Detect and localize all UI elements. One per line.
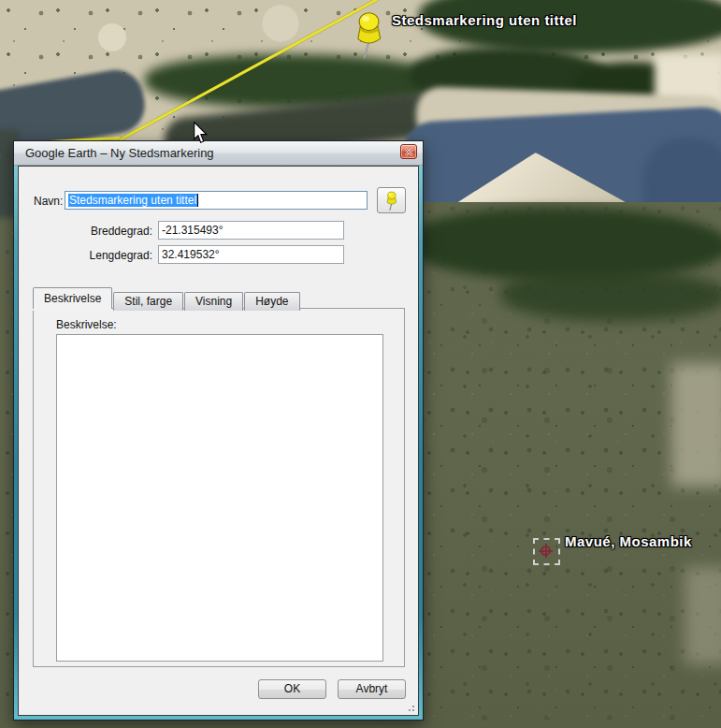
dialog-title: Google Earth – Ny Stedsmarkering (25, 146, 214, 160)
description-tab-panel: Beskrivelse: (33, 308, 405, 667)
latitude-input[interactable] (158, 221, 344, 240)
tab-beskrivelse[interactable]: Beskrivelse (33, 287, 112, 309)
ok-button[interactable]: OK (258, 679, 326, 699)
mouse-cursor-icon (193, 122, 209, 145)
latitude-label: Breddegrad: (56, 225, 152, 238)
map-viewport[interactable]: Stedsmarkering uten tittel Mavué, Mosamb… (0, 0, 721, 728)
place-name-label: Mavué, Mosambik (565, 533, 692, 549)
name-input-selected-text: Stedsmarkering uten tittel (68, 194, 198, 207)
place-crosshair-icon (533, 538, 560, 565)
dialog-body: Navn: Stedsmarkering uten tittel Breddeg… (18, 166, 419, 716)
description-textarea[interactable] (56, 334, 383, 662)
name-label: Navn: (34, 195, 63, 208)
yellow-pushpin-icon (384, 191, 399, 211)
close-icon (405, 148, 413, 156)
longitude-input[interactable] (158, 245, 344, 264)
description-label: Beskrivelse: (56, 318, 117, 331)
tab-bar: BeskrivelseStil, fargeVisningHøyde (33, 289, 301, 309)
terrain-forest-riverbank (408, 208, 721, 281)
terrain-sand-patch2 (685, 567, 721, 664)
placemark-pushpin-icon[interactable] (352, 10, 387, 61)
new-placemark-dialog: Google Earth – Ny Stedsmarkering Navn: S… (13, 140, 424, 721)
tab-hoyde[interactable]: Høyde (244, 292, 299, 311)
close-button[interactable] (400, 144, 417, 159)
name-input[interactable]: Stedsmarkering uten tittel (65, 191, 368, 210)
tab-visning[interactable]: Visning (184, 292, 243, 311)
resize-grip[interactable] (405, 702, 415, 712)
tab-stil-farge[interactable]: Stil, farge (113, 292, 183, 311)
longitude-label: Lengdegrad: (56, 249, 152, 262)
dialog-titlebar[interactable]: Google Earth – Ny Stedsmarkering (14, 141, 423, 166)
cancel-button[interactable]: Avbryt (338, 679, 406, 699)
terrain-forest-riverbank2 (500, 269, 721, 321)
terrain-sand-patch (671, 363, 721, 487)
pushpin-style-button[interactable] (377, 187, 406, 213)
placemark-label: Stedsmarkering uten tittel (392, 12, 577, 28)
